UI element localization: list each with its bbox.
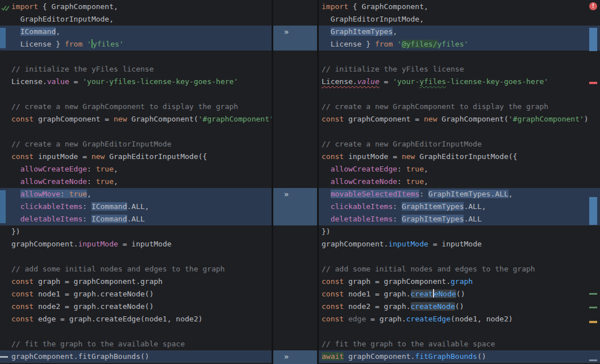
code-line[interactable] [0,250,272,263]
code-token: : [60,190,69,198]
error-badge-icon[interactable]: ! [589,2,597,10]
apply-change-chevron-button[interactable]: » [279,350,294,363]
code-token: const [11,115,34,123]
code-line[interactable]: // create a new GraphComponent to displa… [319,101,600,113]
code-token: }) [11,227,20,236]
code-line[interactable]: // add some initial nodes and edges to t… [0,263,272,275]
code-line[interactable]: // initialize the yFiles license [0,63,272,76]
code-token: true [96,177,114,186]
code-token: , [424,177,428,186]
code-token: , [114,165,118,173]
code-token: const [322,290,344,298]
code-line[interactable] [0,325,272,338]
ruler-marker-dash[interactable] [589,82,597,84]
ruler-marker-dash[interactable] [589,321,597,323]
code-line[interactable]: License.value = 'your-yfiles-license-key… [319,76,600,88]
code-token: allowCreateNode [20,177,87,186]
code-token: const [11,277,34,286]
code-line[interactable]: graphComponent.fitGraphBounds() [0,350,272,363]
inspections-ok-icon[interactable] [1,3,10,16]
code-line[interactable]: const node2 = graph.createNode() [319,300,600,313]
code-token: const [11,152,34,161]
right-editor-pane: import { GraphComponent, GraphEditorInpu… [319,0,600,364]
code-token: GraphEditorInputMode({ [415,152,517,161]
ruler-marker-dash[interactable] [589,307,597,308]
code-token: License } [11,40,65,48]
code-line[interactable]: clickableItems: ICommand.ALL, [0,200,272,213]
code-line[interactable]: await graphComponent.fitGraphBounds() [319,350,600,363]
change-marker-dash[interactable] [0,356,8,358]
code-token: clickableItems [331,202,393,211]
change-marker-bar[interactable] [0,190,6,223]
code-token: const [11,315,34,323]
code-line[interactable]: const inputMode = new GraphEditorInputMo… [319,150,600,163]
code-line[interactable]: }) [319,225,600,238]
code-line[interactable]: GraphEditorInputMode, [0,13,272,26]
code-line[interactable]: const inputMode = new GraphEditorInputMo… [0,150,272,163]
code-line[interactable] [319,250,600,263]
code-line[interactable]: allowMove: true, [0,188,272,200]
ruler-marker-dash[interactable] [589,359,597,361]
code-line[interactable]: const graphComponent = new GraphComponen… [319,113,600,125]
code-line[interactable]: License } from '@yfiles/yfiles' [319,38,600,51]
code-token: ICommand [91,202,127,211]
code-token: ' [397,40,402,48]
code-line[interactable]: ICommand, [0,26,272,38]
code-line[interactable]: // fit the graph to the available space [0,338,272,350]
ruler-marker-block[interactable] [589,197,597,225]
code-token: .ALL [464,215,481,223]
code-line[interactable]: }) [0,225,272,238]
code-line[interactable]: // add some initial nodes and edges to t… [319,263,600,275]
code-line[interactable]: // create a new GraphEditorInputMode [319,138,600,150]
code-line[interactable]: import { GraphComponent, [0,1,272,13]
code-line[interactable]: graphComponent.inputMode = inputMode [319,238,600,250]
code-line[interactable]: clickableItems: GraphItemTypes.ALL, [319,200,600,213]
code-line[interactable]: GraphItemTypes, [319,26,600,38]
code-token: , [393,27,397,36]
code-line[interactable]: deletableItems: GraphItemTypes.ALL [319,213,600,225]
code-line[interactable]: // create a new GraphComponent to displa… [0,101,272,113]
code-line[interactable]: const node1 = graph.createNode() [319,288,600,300]
code-line[interactable]: const graph = graphComponent.graph [0,275,272,288]
code-line[interactable]: License } from 'yfiles' [0,38,272,51]
change-marker-bar[interactable] [0,28,6,48]
code-line[interactable] [319,88,600,101]
code-line[interactable] [0,125,272,138]
code-line[interactable]: import { GraphComponent, [319,1,600,13]
code-token [322,215,331,223]
ruler-marker-dash[interactable] [589,293,597,295]
code-line[interactable] [319,325,600,338]
code-line[interactable] [0,88,272,101]
code-line[interactable]: allowCreateNode: true, [319,175,600,188]
code-line[interactable]: const node1 = graph.createNode() [0,288,272,300]
code-line[interactable] [0,51,272,63]
code-line[interactable] [319,125,600,138]
code-token: const [322,152,344,161]
code-line[interactable]: // create a new GraphEditorInputMode [0,138,272,150]
code-line[interactable]: GraphEditorInputMode, [319,13,600,26]
code-line[interactable]: // initialize the yFiles license [319,63,600,76]
code-token: // add some initial nodes and edges to t… [322,265,535,273]
apply-change-chevron-button[interactable]: » [279,188,294,200]
code-line[interactable]: graphComponent.inputMode = inputMode [0,238,272,250]
code-line[interactable]: License.value = 'your-yfiles-license-key… [0,76,272,88]
code-line[interactable] [319,51,600,63]
code-line[interactable]: const graph = graphComponent.graph [319,275,600,288]
code-line[interactable]: const node2 = graph.createNode() [0,300,272,313]
code-line[interactable]: movableSelectedItems: GraphItemTypes.ALL… [319,188,600,200]
code-line[interactable]: // fit the graph to the available space [319,338,600,350]
code-line[interactable]: const edge = graph.createEdge(node1, nod… [319,313,600,325]
code-line[interactable]: const edge = graph.createEdge(node1, nod… [0,313,272,325]
code-line[interactable]: const graphComponent = new GraphComponen… [0,113,272,125]
code-token: .ALL, [464,202,486,211]
code-line[interactable]: allowCreateNode: true, [0,175,272,188]
code-token: true [406,177,424,186]
code-line[interactable]: allowCreateEdge: true, [0,163,272,175]
apply-change-chevron-button[interactable]: » [279,26,294,38]
code-line[interactable]: allowCreateEdge: true, [319,163,600,175]
code-token: 'your-yfiles-license-key-goes-here' [82,77,238,86]
code-token: value [357,77,380,86]
ruler-marker-block[interactable] [589,28,597,51]
code-line[interactable]: deletableItems: ICommand.ALL [0,213,272,225]
code-token: GraphItemTypes [402,215,464,223]
